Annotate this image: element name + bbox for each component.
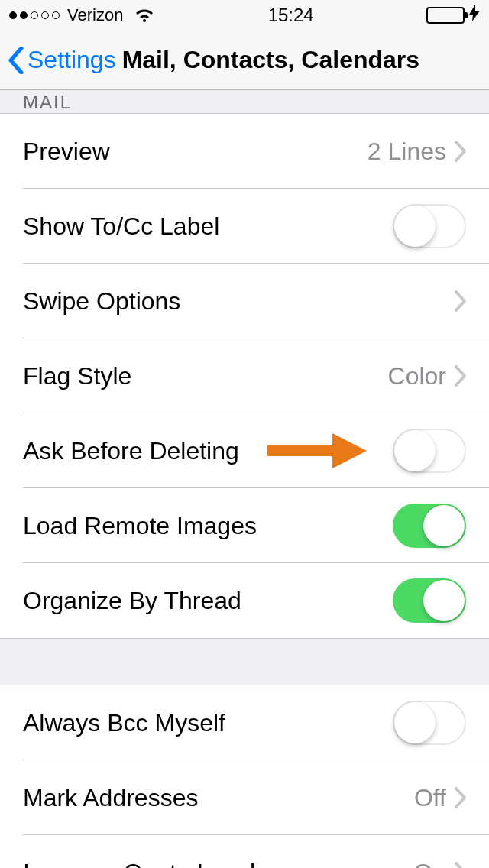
status-time: 15:24 [155, 5, 426, 26]
row-organize-by-thread: Organize By Thread [0, 563, 489, 638]
toggle-organize-by-thread[interactable] [393, 578, 466, 623]
row-value: 2 Lines [368, 138, 446, 166]
chevron-right-icon [454, 365, 466, 387]
annotation-arrow-icon [267, 433, 367, 468]
row-always-bcc-myself: Always Bcc Myself [0, 685, 489, 760]
row-value: Color [388, 362, 446, 390]
row-label: Increase Quote Level [23, 859, 255, 869]
row-label: Flag Style [23, 362, 131, 390]
section-header-mail: MAIL [0, 90, 489, 113]
signal-strength-icon [9, 11, 60, 19]
page-title: Mail, Contacts, Calendars [122, 46, 419, 74]
chevron-right-icon [454, 862, 466, 868]
carrier-label: Verizon [67, 5, 123, 25]
settings-list-mail-2: Always Bcc Myself Mark Addresses Off Inc… [0, 685, 489, 868]
row-label: Preview [23, 138, 110, 166]
wifi-icon [134, 7, 155, 24]
settings-list-mail: Preview 2 Lines Show To/Cc Label Swipe O… [0, 113, 489, 639]
row-flag-style[interactable]: Flag Style Color [0, 338, 489, 413]
row-increase-quote-level[interactable]: Increase Quote Level On [0, 835, 489, 868]
row-label: Mark Addresses [23, 784, 198, 812]
row-label: Load Remote Images [23, 512, 257, 540]
toggle-load-remote-images[interactable] [393, 504, 466, 548]
row-label: Swipe Options [23, 287, 180, 316]
battery-icon [426, 7, 465, 24]
chevron-right-icon [454, 787, 466, 808]
row-value: Off [414, 784, 446, 812]
row-load-remote-images: Load Remote Images [0, 488, 489, 563]
back-button[interactable]: Settings [28, 46, 116, 74]
toggle-always-bcc[interactable] [393, 701, 466, 745]
status-left: Verizon [9, 5, 155, 25]
row-value: On [413, 859, 446, 869]
chevron-right-icon [454, 141, 466, 162]
back-chevron-icon[interactable] [8, 47, 24, 74]
row-show-tocc-label: Show To/Cc Label [0, 189, 489, 264]
row-mark-addresses[interactable]: Mark Addresses Off [0, 760, 489, 835]
charging-icon [469, 5, 480, 26]
row-ask-before-deleting: Ask Before Deleting [0, 413, 489, 488]
status-right [426, 5, 480, 26]
row-preview[interactable]: Preview 2 Lines [0, 114, 489, 189]
row-label: Show To/Cc Label [23, 212, 219, 241]
row-label: Ask Before Deleting [23, 437, 239, 465]
row-swipe-options[interactable]: Swipe Options [0, 264, 489, 338]
section-gap [0, 639, 489, 685]
nav-bar: Settings Mail, Contacts, Calendars [0, 31, 489, 90]
toggle-ask-before-deleting[interactable] [393, 429, 466, 473]
svg-rect-0 [267, 445, 336, 456]
row-label: Organize By Thread [23, 587, 241, 615]
chevron-right-icon [454, 290, 466, 312]
status-bar: Verizon 15:24 [0, 0, 489, 31]
row-label: Always Bcc Myself [23, 709, 225, 737]
toggle-show-tocc[interactable] [393, 204, 466, 248]
